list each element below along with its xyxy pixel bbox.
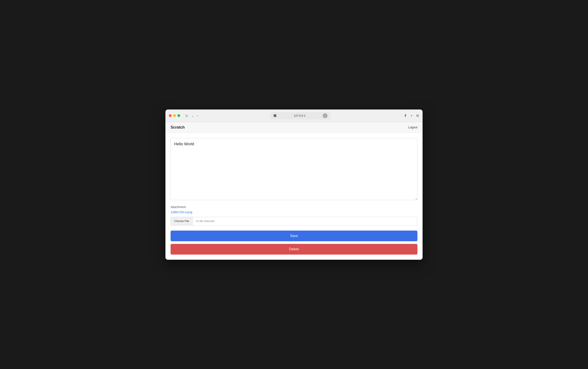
share-icon: ⬆	[404, 114, 407, 117]
attachment-label: Attachment	[171, 205, 417, 209]
traffic-light-minimize[interactable]	[173, 114, 176, 117]
app-content: Scratch Logout Hello World Attachment 12…	[165, 122, 423, 260]
attachment-section: Attachment 1280x720-o.png Choose File no…	[171, 205, 417, 226]
ellipsis-icon: ···	[324, 114, 326, 117]
back-icon: ‹	[197, 114, 198, 117]
address-bar-text: 127.0.0.1	[278, 114, 321, 117]
browser-actions: ⬆ + ⧉	[404, 113, 419, 118]
scratch-textarea[interactable]: Hello World	[171, 138, 417, 200]
choose-file-button[interactable]: Choose File	[171, 217, 193, 225]
delete-button[interactable]: Delete	[171, 244, 417, 255]
file-input-wrapper: Choose File no file selected	[171, 217, 417, 226]
browser-chrome: ⊡ ⌄ ‹ 127.0.0.1 ··· ⬆ +	[165, 110, 423, 122]
tab-overview-button[interactable]: ⧉	[416, 113, 419, 118]
nav-brand: Scratch	[171, 125, 185, 130]
share-button[interactable]: ⬆	[404, 113, 407, 118]
favicon-icon	[274, 114, 276, 117]
plus-icon: +	[411, 114, 413, 117]
sidebar-icon: ⊡	[185, 114, 188, 117]
sidebar-toggle-chevron[interactable]: ⌄	[191, 113, 195, 118]
chevron-down-icon: ⌄	[191, 114, 194, 117]
browser-controls: ⊡ ⌄ ‹	[184, 113, 199, 118]
address-bar-wrapper: 127.0.0.1 ···	[202, 112, 399, 119]
logout-button[interactable]: Logout	[408, 126, 417, 129]
address-bar-more-button[interactable]: ···	[323, 113, 327, 118]
browser-window: ⊡ ⌄ ‹ 127.0.0.1 ··· ⬆ +	[165, 110, 423, 260]
nav-bar: Scratch Logout	[165, 122, 423, 133]
main-content: Hello World Attachment 1280x720-o.png Ch…	[165, 133, 423, 260]
tab-overview-icon: ⧉	[416, 114, 419, 117]
address-bar[interactable]: 127.0.0.1 ···	[270, 112, 330, 119]
attachment-file-link[interactable]: 1280x720-o.png	[171, 210, 417, 214]
traffic-light-maximize[interactable]	[177, 114, 180, 117]
back-button[interactable]: ‹	[196, 113, 199, 118]
traffic-lights	[169, 114, 180, 117]
save-button[interactable]: Save	[171, 231, 417, 241]
sidebar-toggle-button[interactable]: ⊡	[184, 113, 189, 118]
traffic-light-close[interactable]	[169, 114, 172, 117]
file-name-display: no file selected	[193, 219, 417, 223]
new-tab-button[interactable]: +	[410, 113, 413, 118]
